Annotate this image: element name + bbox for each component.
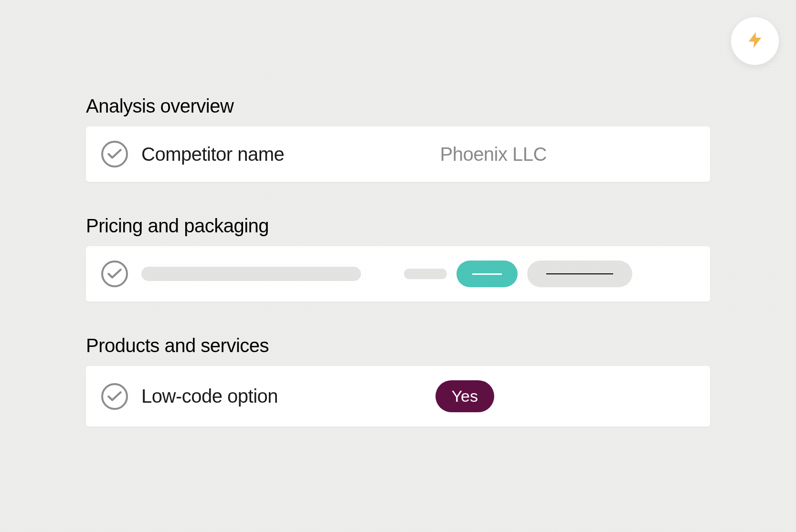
placeholder-line	[546, 273, 613, 274]
section-heading-products: Products and services	[86, 335, 710, 356]
check-circle-icon	[101, 383, 128, 410]
section-analysis-overview: Analysis overview Competitor name Phoeni…	[86, 95, 710, 182]
main-content: Analysis overview Competitor name Phoeni…	[0, 0, 796, 427]
placeholder-line	[472, 273, 502, 275]
lightning-icon	[745, 31, 764, 52]
card-competitor-name[interactable]: Competitor name Phoenix LLC	[86, 126, 710, 182]
check-circle-icon	[101, 141, 128, 167]
placeholder-pill-small	[404, 269, 447, 279]
action-button[interactable]	[731, 17, 779, 65]
placeholder-pill-label	[141, 267, 361, 281]
section-heading-pricing: Pricing and packaging	[86, 215, 710, 237]
section-products-services: Products and services Low-code option Ye…	[86, 335, 710, 427]
card-label-competitor: Competitor name	[141, 144, 284, 165]
section-pricing-packaging: Pricing and packaging	[86, 215, 710, 302]
card-value-competitor: Phoenix LLC	[440, 144, 547, 165]
badge-yes: Yes	[435, 380, 494, 412]
pricing-option-selected[interactable]	[456, 261, 518, 287]
section-heading-analysis: Analysis overview	[86, 95, 710, 117]
card-pricing[interactable]	[86, 246, 710, 302]
pricing-option-alt[interactable]	[527, 261, 632, 287]
pricing-pill-row	[141, 261, 632, 287]
card-low-code-option[interactable]: Low-code option Yes	[86, 366, 710, 427]
check-circle-icon	[101, 261, 128, 287]
card-label-low-code: Low-code option	[141, 386, 278, 407]
